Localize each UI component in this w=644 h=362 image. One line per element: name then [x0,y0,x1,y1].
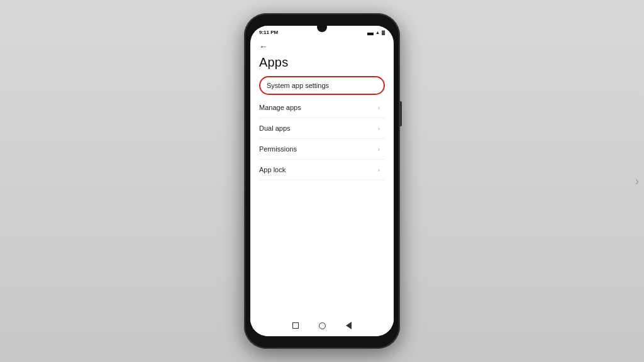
manage-apps-chevron: › [378,104,380,111]
page-title: Apps [259,55,385,70]
signal-icon: ▄▄ [367,30,374,35]
app-lock-label: App lock [259,166,286,173]
dual-apps-chevron: › [378,125,380,132]
phone-frame: 9:11 PM ▄▄ ▲ ▓ ← Apps System app setting… [244,13,400,349]
nav-recents-button[interactable] [291,321,300,330]
wifi-icon: ▲ [375,30,380,35]
phone-notch [317,22,327,32]
menu-item-dual-apps[interactable]: Dual apps › [259,118,385,139]
content-area: ← Apps System app settings Manage apps ›… [250,36,394,316]
battery-icon: ▓ [382,30,385,35]
menu-item-manage-apps[interactable]: Manage apps › [259,97,385,118]
scene: › 9:11 PM ▄▄ ▲ ▓ ← Apps [0,0,644,362]
right-arrow-hint: › [635,175,639,188]
permissions-label: Permissions [259,145,297,153]
nav-back-button[interactable] [344,321,353,330]
app-lock-chevron: › [378,167,380,173]
side-button [399,101,402,126]
menu-item-system-app-settings[interactable]: System app settings [259,76,385,95]
back-icon [346,322,352,329]
system-app-settings-label: System app settings [267,82,329,89]
recents-icon [292,322,299,329]
bottom-nav [250,316,394,336]
nav-home-button[interactable] [318,321,326,330]
home-icon [319,322,326,329]
permissions-chevron: › [378,146,380,153]
status-time: 9:11 PM [259,30,278,35]
menu-item-app-lock[interactable]: App lock › [259,160,385,180]
manage-apps-label: Manage apps [259,104,301,111]
status-icons: ▄▄ ▲ ▓ [367,30,385,35]
phone-screen: 9:11 PM ▄▄ ▲ ▓ ← Apps System app setting… [250,26,394,336]
back-button[interactable]: ← [259,41,385,52]
dual-apps-label: Dual apps [259,124,291,132]
menu-item-permissions[interactable]: Permissions › [259,139,385,160]
